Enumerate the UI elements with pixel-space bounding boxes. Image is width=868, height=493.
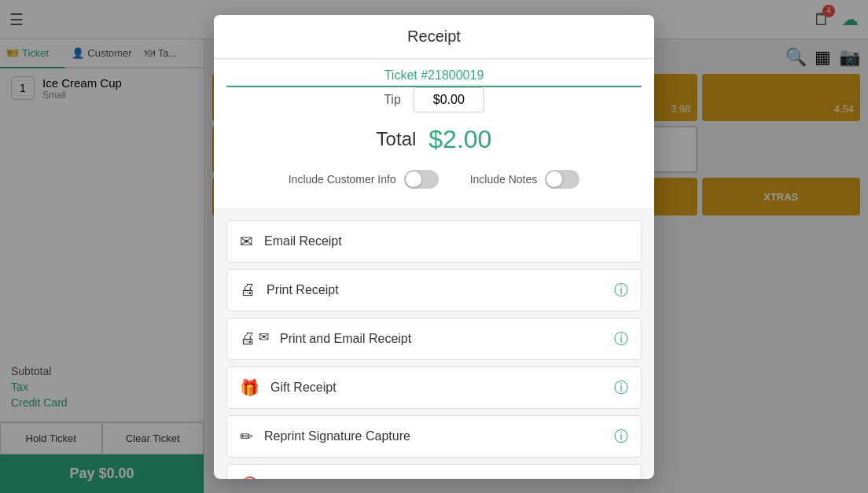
tip-label: Tip <box>384 93 401 107</box>
modal-title: Receipt <box>214 15 654 59</box>
print-email-receipt-option[interactable]: 🖨✉ Print and Email Receipt ⓘ <box>226 318 642 360</box>
total-label: Total <box>377 128 417 150</box>
total-amount: $2.00 <box>428 125 491 154</box>
print-email-info-icon: ⓘ <box>614 329 628 348</box>
print-receipt-label: Print Receipt <box>267 283 339 297</box>
modal-body: ✉ Email Receipt 🖨 Print Receipt ⓘ 🖨✉ Pri… <box>214 208 654 479</box>
ticket-number: Ticket #21800019 <box>226 59 642 87</box>
reprint-signature-option[interactable]: ✏ Reprint Signature Capture ⓘ <box>226 415 642 458</box>
toggle-row: Include Customer Info Include Notes <box>214 170 654 189</box>
tip-input[interactable] <box>414 87 484 112</box>
include-customer-toggle[interactable] <box>404 170 439 189</box>
include-customer-toggle-item: Include Customer Info <box>289 170 439 189</box>
email-icon: ✉ <box>240 232 253 251</box>
print-email-icon: 🖨✉ <box>240 329 269 348</box>
include-customer-label: Include Customer Info <box>289 173 396 186</box>
no-receipt-icon: 🚫 <box>240 476 259 479</box>
total-row: Total $2.00 <box>214 125 654 154</box>
include-notes-label: Include Notes <box>470 173 538 186</box>
print-info-icon: ⓘ <box>614 281 628 300</box>
no-receipt-label: No Receipt <box>270 478 333 479</box>
gift-receipt-option[interactable]: 🎁 Gift Receipt ⓘ <box>226 366 642 409</box>
email-receipt-label: Email Receipt <box>264 234 342 248</box>
email-receipt-option[interactable]: ✉ Email Receipt <box>226 220 642 263</box>
print-icon: 🖨 <box>240 281 256 299</box>
no-receipt-option[interactable]: 🚫 No Receipt <box>226 464 642 479</box>
gift-icon: 🎁 <box>240 378 259 397</box>
print-receipt-option[interactable]: 🖨 Print Receipt ⓘ <box>226 269 642 311</box>
include-notes-toggle[interactable] <box>545 170 579 189</box>
tip-row: Tip <box>214 87 654 112</box>
print-email-receipt-label: Print and Email Receipt <box>280 332 411 346</box>
gift-receipt-label: Gift Receipt <box>270 381 337 395</box>
gift-info-icon: ⓘ <box>614 378 628 397</box>
reprint-signature-label: Reprint Signature Capture <box>264 429 410 443</box>
reprint-info-icon: ⓘ <box>614 427 628 446</box>
receipt-modal: Receipt Ticket #21800019 Tip Total $2.00… <box>214 15 654 479</box>
pen-icon: ✏ <box>240 427 253 446</box>
modal-overlay[interactable]: Receipt Ticket #21800019 Tip Total $2.00… <box>0 0 868 493</box>
include-notes-toggle-item: Include Notes <box>470 170 580 189</box>
